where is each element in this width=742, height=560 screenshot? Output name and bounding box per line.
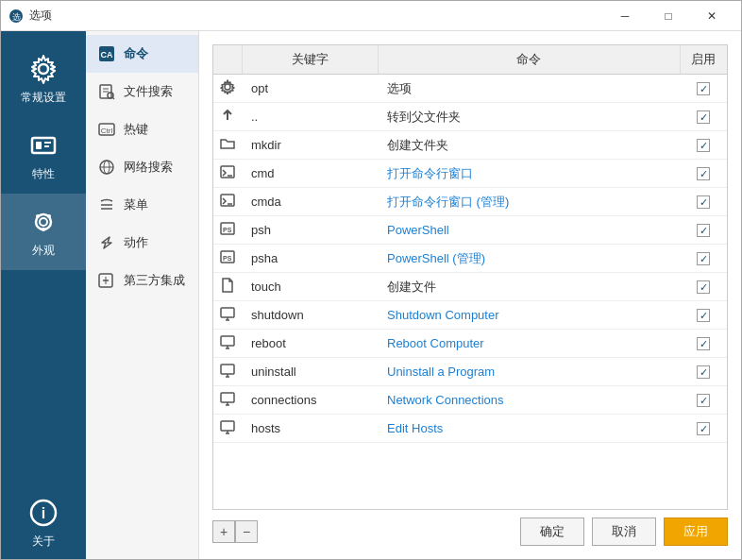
row-enabled[interactable] [680, 415, 727, 443]
hotkeys-icon: Ctrl [97, 120, 116, 139]
titlebar-title: 选项 [29, 8, 603, 24]
titlebar-controls: ─ □ ✕ [603, 1, 734, 31]
checkbox[interactable] [697, 394, 710, 407]
minimize-button[interactable]: ─ [603, 1, 647, 31]
close-button[interactable]: ✕ [690, 1, 734, 31]
svg-text:i: i [42, 505, 45, 521]
svg-text:PS: PS [223, 255, 232, 262]
row-command: PowerShell [378, 216, 680, 245]
remove-button[interactable]: − [235, 520, 258, 543]
svg-text:PS: PS [223, 227, 232, 233]
checkbox[interactable] [697, 110, 710, 124]
table-row[interactable]: connections Network Connections [213, 386, 727, 415]
row-enabled[interactable] [680, 216, 727, 245]
sidebar-item-feature[interactable]: 特性 [1, 117, 86, 194]
checkbox[interactable] [697, 365, 710, 379]
row-enabled[interactable] [680, 188, 727, 216]
row-enabled[interactable] [680, 386, 727, 415]
websearch-icon [97, 158, 116, 177]
row-keyword: touch [242, 273, 378, 301]
checkbox[interactable] [697, 280, 710, 294]
row-enabled[interactable] [680, 273, 727, 301]
table-row[interactable]: touch 创建文件 [213, 273, 727, 301]
checkbox[interactable] [697, 309, 710, 322]
checkbox[interactable] [697, 252, 710, 265]
table-row[interactable]: .. 转到父文件夹 [213, 103, 727, 131]
row-enabled[interactable] [680, 131, 727, 160]
mid-item-filesearch[interactable]: 文件搜索 [86, 73, 198, 110]
sidebar-label-feature: 特性 [32, 166, 55, 182]
main-layout: 常规设置 特性 外观 i 关于 [1, 31, 741, 559]
row-keyword: shutdown [242, 301, 378, 330]
row-enabled[interactable] [680, 245, 727, 273]
row-command: 打开命令行窗口 (管理) [378, 188, 680, 216]
row-icon: PS [213, 245, 242, 273]
checkbox[interactable] [697, 139, 710, 152]
row-icon [213, 358, 242, 386]
mid-item-commands[interactable]: CA 命令 [86, 35, 198, 73]
table-row[interactable]: PS psha PowerShell (管理) [213, 245, 727, 273]
mid-item-hotkeys[interactable]: Ctrl 热键 [86, 110, 198, 148]
row-icon [213, 131, 242, 160]
checkbox[interactable] [697, 82, 710, 95]
row-command: Edit Hosts [378, 415, 680, 443]
sidebar-item-about[interactable]: i 关于 [1, 484, 86, 559]
row-icon [213, 103, 242, 131]
row-icon: PS [213, 216, 242, 245]
thirdparty-icon [97, 271, 116, 290]
apply-button[interactable]: 应用 [664, 518, 728, 546]
row-enabled[interactable] [680, 160, 727, 188]
commands-table: 关键字 命令 启用 opt 选项 .. 转到父文件夹 mkdir 创建文件夹 c… [212, 44, 728, 510]
checkbox[interactable] [697, 167, 710, 180]
row-enabled[interactable] [680, 75, 727, 103]
sidebar-label-appearance: 外观 [32, 243, 55, 259]
row-icon [213, 301, 242, 330]
mid-item-thirdparty[interactable]: 第三方集成 [86, 262, 198, 299]
row-enabled[interactable] [680, 301, 727, 330]
table-row[interactable]: hosts Edit Hosts [213, 415, 727, 443]
table-row[interactable]: mkdir 创建文件夹 [213, 131, 727, 160]
sidebar-mid: CA 命令 文件搜索 Ctrl 热键 网络搜索 [86, 31, 199, 559]
bottom-bar: + − 确定 取消 应用 [212, 510, 728, 546]
mid-label-actions: 动作 [124, 234, 148, 251]
table-row[interactable]: cmda 打开命令行窗口 (管理) [213, 188, 727, 216]
sidebar-left: 常规设置 特性 外观 i 关于 [1, 31, 86, 559]
checkbox[interactable] [697, 195, 710, 209]
row-icon [213, 75, 242, 103]
gear-icon [26, 52, 60, 86]
row-keyword: psh [242, 216, 378, 245]
mid-item-websearch[interactable]: 网络搜索 [86, 148, 198, 186]
svg-text:CA: CA [101, 50, 113, 59]
row-icon [213, 160, 242, 188]
svg-rect-50 [221, 393, 234, 402]
sidebar-item-general[interactable]: 常规设置 [1, 41, 86, 117]
checkbox[interactable] [697, 422, 710, 435]
row-enabled[interactable] [680, 358, 727, 386]
clear-button[interactable]: 取消 [592, 518, 656, 546]
app-icon: 选 [8, 8, 24, 24]
add-button[interactable]: + [212, 520, 235, 543]
sidebar-item-appearance[interactable]: 外观 [1, 194, 86, 270]
row-command: Network Connections [378, 386, 680, 415]
row-icon [213, 273, 242, 301]
svg-rect-3 [32, 138, 55, 153]
row-keyword: opt [242, 75, 378, 103]
table-row[interactable]: shutdown Shutdown Computer [213, 301, 727, 330]
mid-item-actions[interactable]: 动作 [86, 224, 198, 262]
mid-item-menu[interactable]: 菜单 [86, 186, 198, 224]
row-enabled[interactable] [680, 103, 727, 131]
table-row[interactable]: cmd 打开命令行窗口 [213, 160, 727, 188]
checkbox[interactable] [697, 224, 710, 237]
table-row[interactable]: uninstall Uninstall a Program [213, 358, 727, 386]
row-enabled[interactable] [680, 330, 727, 358]
table-row[interactable]: PS psh PowerShell [213, 216, 727, 245]
maximize-button[interactable]: □ [647, 1, 690, 31]
confirm-button[interactable]: 确定 [520, 518, 584, 546]
add-remove-controls: + − [212, 520, 258, 543]
row-keyword: cmd [242, 160, 378, 188]
table-row[interactable]: reboot Reboot Computer [213, 330, 727, 358]
table-row[interactable]: opt 选项 [213, 75, 727, 103]
checkbox[interactable] [697, 337, 710, 350]
svg-line-20 [112, 97, 114, 99]
row-command: PowerShell (管理) [378, 245, 680, 273]
